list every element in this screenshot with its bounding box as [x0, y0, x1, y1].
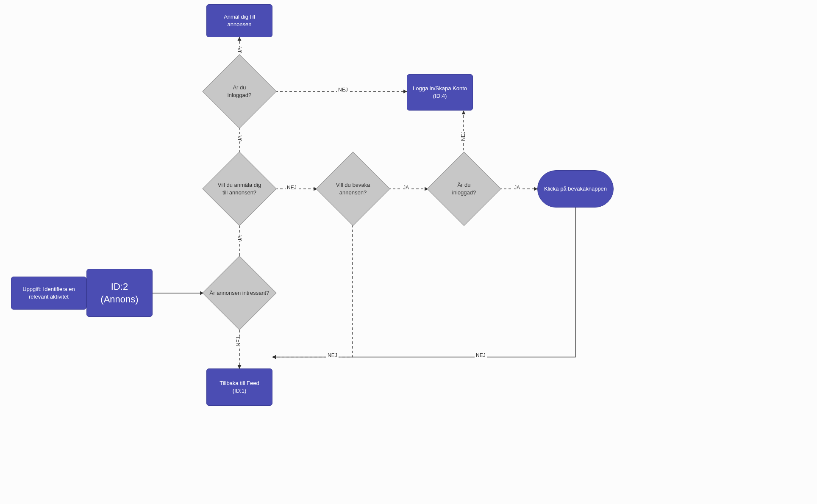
edges-layer	[0, 0, 817, 504]
flowchart-canvas: Uppgift: Identifiera en relevant aktivit…	[0, 0, 817, 504]
decision-interest-text: Är annonsen intressant?	[210, 289, 270, 297]
edge-label-nej-interest: NEJ	[234, 337, 243, 346]
edge-label-nej-watch-back: NEJ	[475, 352, 487, 358]
edge-label-ja-3: JA	[236, 47, 244, 53]
decision-apply: Vill du anmäla dig till annonsen?	[203, 153, 275, 225]
decision-interest: Är annonsen intressant?	[203, 257, 275, 329]
edge-label-ja-login-right: JA	[513, 185, 521, 191]
decision-apply-text: Vill du anmäla dig till annonsen?	[216, 181, 263, 196]
edge-label-nej-login-top: NEJ	[337, 87, 349, 93]
decision-follow: Vill du bevaka annonsen?	[317, 153, 389, 225]
edge-label-ja-2: JA	[236, 136, 244, 141]
edge-label-nej-apply: NEJ	[286, 185, 298, 191]
edge-label-nej-follow-down: NEJ	[326, 352, 339, 358]
edge-label-ja-1: JA	[236, 235, 244, 241]
edge-label-nej-login-right: NEJ	[459, 131, 467, 141]
decision-login-right: Är du inloggad?	[428, 153, 500, 225]
decision-follow-text: Vill du bevaka annonsen?	[330, 181, 376, 196]
decision-login-right-text: Är du inloggad?	[445, 181, 483, 196]
decision-login-top: Är du inloggad?	[203, 55, 275, 127]
decision-login-top-text: Är du inloggad?	[220, 84, 258, 99]
edge-label-ja-follow: JA	[402, 185, 410, 191]
